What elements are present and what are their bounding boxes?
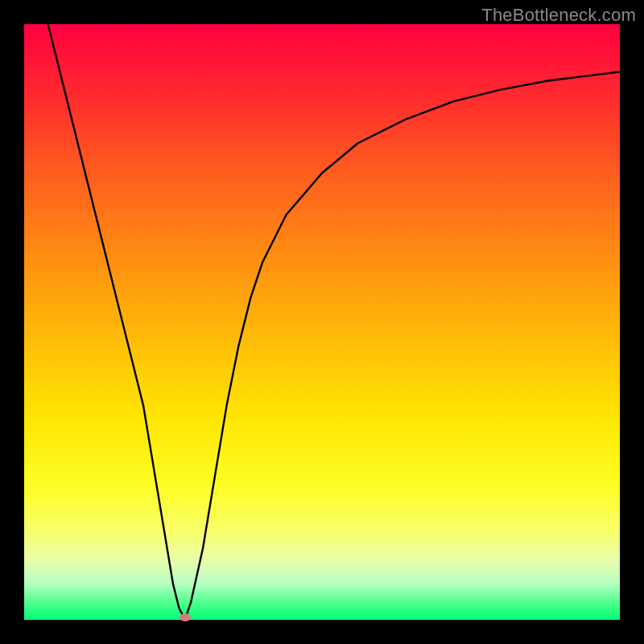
watermark-text: TheBottleneck.com: [481, 5, 636, 26]
chart-frame: TheBottleneck.com: [0, 0, 644, 644]
minimum-marker: [180, 613, 191, 621]
plot-background-gradient: [24, 24, 620, 620]
